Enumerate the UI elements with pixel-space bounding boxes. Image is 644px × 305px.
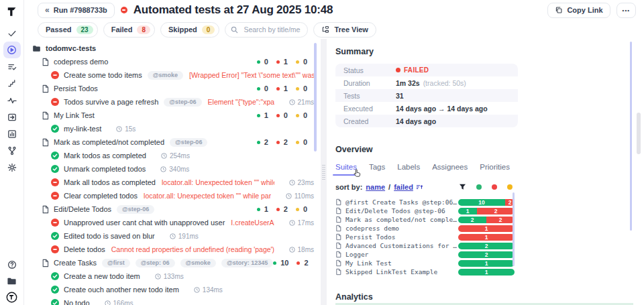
suite-overview-row[interactable]: Mark as completed/not comple…22 [335, 215, 518, 224]
duration-label: 18ms [289, 246, 314, 253]
sidebar-item-bar-chart-box[interactable] [3, 125, 21, 142]
suite-name: Edit/Delete Todos @step-06 [345, 207, 458, 215]
suite-overview-row[interactable]: Advanced Customizations for …2 [335, 241, 518, 250]
tree-suite-row[interactable]: Persist Todos010 [32, 82, 314, 95]
left-panel-scrollbar[interactable] [314, 43, 317, 151]
error-message: Cannot read properties of undefined (rea… [111, 245, 274, 253]
suite-name: Logger [345, 251, 458, 258]
sidebar-item-box-arrow[interactable] [3, 109, 21, 125]
suite-overview-row[interactable]: @first Create Tasks @step:06…102 [335, 198, 518, 206]
search-box[interactable] [225, 22, 308, 38]
sidebar-item-pulse[interactable] [3, 92, 21, 109]
sidebar-item-list-check[interactable] [3, 58, 21, 75]
tree-test-row[interactable]: my-link-test15s [32, 122, 314, 135]
app-logo-icon[interactable] [4, 3, 20, 19]
sidebar-item-logo-badge[interactable] [3, 289, 21, 305]
failed-legend-dot[interactable] [492, 184, 497, 190]
sidebar-item-play-circle[interactable] [3, 42, 21, 58]
tree-test-row[interactable]: Create ouch another new todo item134ms [32, 283, 314, 296]
folder-tab-icon [7, 277, 17, 286]
suite-overview-row[interactable]: Persist Todos1 [335, 233, 518, 241]
tree-item-label: Todos survive a page refresh [64, 98, 158, 106]
passed-legend-dot[interactable] [476, 184, 482, 190]
tab-assignees[interactable]: Assignees [432, 163, 468, 176]
suite-result-bar: 1 [458, 260, 515, 267]
filter-bar: Passed 23 Failed 8 Skipped 0 Tree View [24, 20, 644, 39]
tree-test-row[interactable]: Delete todosCannot read properties of un… [32, 243, 314, 256]
tree-test-row[interactable]: Mark all todos as completedlocator.all: … [32, 176, 314, 189]
sidebar-item-check[interactable] [3, 25, 21, 42]
funnel-filter-icon[interactable] [459, 184, 466, 190]
tree-suite-row[interactable]: Mark as completed/not completed@step-062… [32, 135, 314, 149]
passed-bar-segment: 2 [458, 251, 515, 258]
passed-bar-segment: 10 [458, 199, 505, 206]
tree-item-label: Unapproved user cant chat with unapprove… [64, 219, 225, 227]
passed-status-icon [51, 299, 59, 305]
passed-bar-segment: 2 [458, 243, 515, 249]
sidebar-item-folder-tab[interactable] [3, 273, 21, 289]
suite-overview-row[interactable]: Edit/Delete Todos @step-0612 [335, 206, 518, 215]
suite-name: My Link Test [345, 259, 458, 267]
file-icon [335, 268, 341, 276]
right-panel-scrollbar[interactable] [630, 42, 632, 231]
window-scrollbar[interactable] [637, 113, 641, 154]
tree-item-label: codepress demo [54, 58, 108, 66]
more-menu-button[interactable]: ••• [616, 3, 636, 18]
tree-test-row[interactable]: Unmark completed todos340ms [32, 162, 314, 176]
tree-test-row[interactable]: Todos survive a page refresh@step-06Elem… [32, 95, 314, 109]
tree-view-button[interactable]: Tree View [313, 22, 376, 38]
sidebar-item-help[interactable] [3, 257, 21, 273]
tree-test-row[interactable]: Create a new todo item133ms [32, 269, 314, 283]
skipped-filter-button[interactable]: Skipped 0 [160, 22, 219, 38]
check-icon [7, 29, 17, 38]
tree-suite-row[interactable]: My Link Test100 [32, 109, 314, 122]
tree-suite-row[interactable]: Edit/Delete Todos@step-06120 [32, 202, 314, 216]
suite-overview-row[interactable]: codepress demo1 [335, 224, 518, 233]
tab-labels[interactable]: Labels [397, 163, 420, 176]
duration-label: 191ms [170, 233, 199, 240]
sort-by-failed-link[interactable]: failed [394, 183, 413, 191]
tab-tags[interactable]: Tags [369, 163, 385, 176]
tree-folder-row[interactable]: todomvc-tests [32, 42, 314, 55]
skipped-legend-dot[interactable] [507, 184, 513, 190]
tree-test-row[interactable]: Clear completed todoslocator.all: Unexpe… [32, 189, 314, 202]
suite-overview-row[interactable]: Skipped LinkTest Example1 [335, 267, 518, 276]
clock-icon [105, 300, 111, 305]
skipped-dot [296, 87, 299, 90]
duration-label: 340ms [160, 166, 189, 173]
summary-label: Status [335, 66, 396, 74]
file-icon [335, 216, 341, 223]
clock-icon [116, 126, 122, 132]
copy-link-button[interactable]: Copy Link [547, 3, 610, 18]
tree-test-row[interactable]: Unapproved user cant chat with unapprove… [32, 216, 314, 229]
summary-value: 14 days ago [396, 117, 436, 125]
tab-priorities[interactable]: Priorities [480, 163, 510, 176]
search-input[interactable] [242, 25, 302, 34]
sidebar-item-branch[interactable] [3, 142, 21, 159]
details-panel: Summary StatusFAILEDDuration1m 32s(track… [327, 39, 633, 305]
tree-test-row[interactable]: Create some todo items@smoke[Wrapped Err… [32, 68, 314, 82]
failed-dot [276, 114, 280, 117]
tree-suite-row[interactable]: codepress demo010 [32, 55, 314, 68]
tab-suites[interactable]: Suites [335, 163, 357, 176]
tree-test-row[interactable]: No todo166ms [32, 296, 314, 305]
tree-suite-row[interactable]: Create Tasks@first@step: 06@smoke@story:… [32, 256, 314, 269]
failed-filter-button[interactable]: Failed 8 [103, 22, 155, 38]
tree-item-label: Create some todo items [64, 71, 142, 79]
passed-dot [257, 208, 260, 211]
passed-filter-button[interactable]: Passed 23 [38, 22, 98, 38]
sidebar-item-gear[interactable] [3, 159, 21, 176]
panel-splitter[interactable] [321, 39, 327, 305]
sidebar-item-stairs[interactable] [3, 75, 21, 92]
suite-overview-row[interactable]: My Link Test1 [335, 259, 518, 267]
tree-test-row[interactable]: Edited todo is saved on blur191ms [32, 229, 314, 243]
suite-overview-row[interactable]: Logger2 [335, 250, 518, 259]
back-to-run-button[interactable]: « Run #7988733b [38, 3, 115, 18]
file-icon [335, 242, 341, 249]
suite-file-icon [42, 259, 49, 267]
sort-by-name-link[interactable]: name [366, 183, 385, 191]
suite-list-scrollbar[interactable] [513, 192, 515, 266]
tree-test-row[interactable]: Mark todos as completed254ms [32, 149, 314, 162]
duration-label: 134ms [194, 286, 223, 294]
summary-label: Executed [335, 105, 396, 113]
